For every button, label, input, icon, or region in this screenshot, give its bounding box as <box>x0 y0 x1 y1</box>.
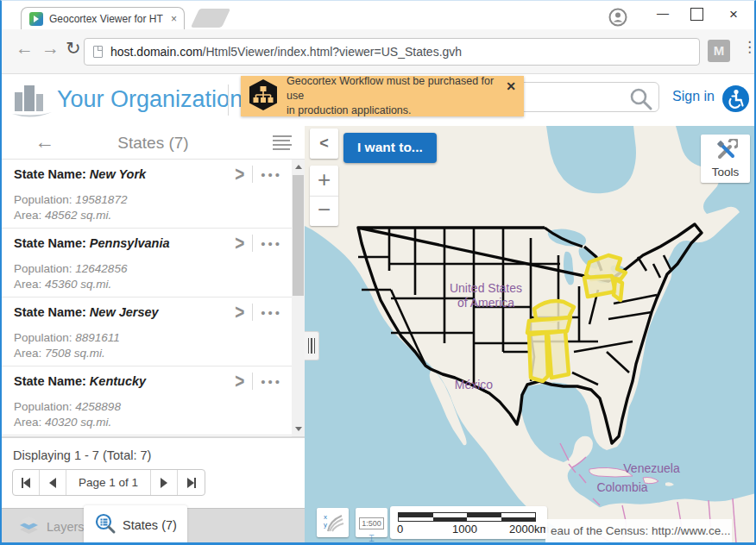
more-actions-icon[interactable]: ••• <box>261 167 282 182</box>
search-icon[interactable] <box>627 85 653 115</box>
page-indicator: Page 1 of 1 <box>66 470 151 495</box>
last-page-button[interactable] <box>178 470 205 495</box>
extension-badge[interactable]: M <box>708 40 730 62</box>
tools-label: Tools <box>701 166 750 179</box>
results-list: State Name: New York > ••• Population: 1… <box>2 160 305 436</box>
action-divider <box>252 373 253 390</box>
population-row: Population: 8891611 <box>14 331 305 344</box>
minimize-button[interactable]: — <box>651 6 675 25</box>
forward-icon[interactable]: → <box>41 38 60 59</box>
notification-text: Geocortex Workflow must be purchased for… <box>287 74 504 118</box>
chevron-right-icon[interactable]: > <box>235 231 244 255</box>
results-footer: Displaying 1 - 7 (Total: 7) Page 1 of 1 <box>2 436 305 508</box>
scroll-down-icon[interactable] <box>295 427 302 431</box>
results-summary: Displaying 1 - 7 (Total: 7) <box>13 448 151 462</box>
population-row: Population: 4258898 <box>14 400 305 413</box>
refresh-icon[interactable]: ↻ <box>66 38 81 59</box>
accessibility-icon[interactable] <box>722 85 749 112</box>
maximize-button[interactable] <box>690 8 703 21</box>
page-icon <box>93 46 103 58</box>
usa-label-line1: United States <box>450 281 522 295</box>
coordinates-widget-button[interactable]: x y <box>317 508 349 537</box>
usa-label-line2: of America <box>457 296 514 310</box>
pagination: Page 1 of 1 <box>12 469 205 496</box>
notification-close-icon[interactable]: ✕ <box>506 79 516 93</box>
list-item[interactable]: State Name: Pennsylvania > ••• Populatio… <box>2 229 305 298</box>
more-actions-icon[interactable]: ••• <box>261 374 282 389</box>
browser-tab[interactable]: Geocortex Viewer for HT × <box>21 7 185 30</box>
area-row: Area: 40320 sq.mi. <box>14 416 305 429</box>
next-page-button[interactable] <box>151 470 178 495</box>
zoom-out-button[interactable]: − <box>310 196 338 226</box>
scale-zero-label: 0 <box>397 523 403 536</box>
scroll-up-icon[interactable] <box>295 165 302 169</box>
action-divider <box>252 304 253 321</box>
map-canvas: United States of America México Venezuel… <box>305 126 756 543</box>
tab-states-label: States (7) <box>123 518 177 532</box>
zoom-in-button[interactable]: + <box>310 166 338 196</box>
url-text: host.domain.com/Html5Viewer/index.html?v… <box>110 45 462 59</box>
tab-title: Geocortex Viewer for HT <box>49 13 163 25</box>
scale-ratio-label: 1:500 <box>359 517 384 529</box>
results-panel: ← States (7) State Name: New York > ••• … <box>2 126 305 543</box>
browser-window: Geocortex Viewer for HT × — × ← → ↻ host… <box>0 0 756 545</box>
window-close-button[interactable]: × <box>729 6 738 23</box>
scale-mid-label: 1000 <box>452 523 477 536</box>
browser-menu-icon[interactable]: ⋮ <box>742 38 756 56</box>
panel-header: ← States (7) <box>2 126 305 160</box>
scale-bracket-icon: ⌶ <box>369 533 375 543</box>
mexico-label: México <box>455 378 494 392</box>
tab-states[interactable]: States (7) <box>84 505 187 544</box>
new-tab-button[interactable] <box>191 9 230 28</box>
svg-text:x: x <box>324 513 327 521</box>
chevron-right-icon[interactable]: > <box>235 369 244 393</box>
search-results-icon <box>94 512 117 537</box>
organization-name: Your Organization <box>57 86 243 113</box>
results-menu-icon[interactable] <box>273 135 292 153</box>
svg-text:y: y <box>324 521 327 529</box>
sign-in-link[interactable]: Sign in <box>672 89 715 104</box>
back-icon[interactable]: ← <box>16 38 34 59</box>
area-row: Area: 45360 sq.mi. <box>14 278 305 291</box>
workflow-notification: Geocortex Workflow must be purchased for… <box>241 76 524 116</box>
tab-layers[interactable]: Layers <box>7 509 95 544</box>
more-actions-icon[interactable]: ••• <box>261 305 282 320</box>
browser-toolbar: ← → ↻ host.domain.com/Html5Viewer/index.… <box>2 29 754 74</box>
tab-close-icon[interactable]: × <box>169 13 179 25</box>
profile-icon[interactable] <box>608 8 627 30</box>
app-header: Your Organization Geocortex Workflow mus… <box>2 74 754 126</box>
tools-icon <box>714 149 738 164</box>
previous-page-button[interactable] <box>40 470 66 495</box>
list-item[interactable]: State Name: New Jersey > ••• Population:… <box>2 298 305 366</box>
tools-button[interactable]: Tools <box>701 135 750 183</box>
chevron-right-icon[interactable]: > <box>235 300 244 324</box>
tab-layers-label: Layers <box>47 520 85 534</box>
more-actions-icon[interactable]: ••• <box>261 236 282 251</box>
scrollbar-thumb[interactable] <box>293 175 304 296</box>
first-page-button[interactable] <box>13 470 40 495</box>
map-viewport[interactable]: United States of America México Venezuel… <box>305 126 756 543</box>
area-row: Area: 7508 sq.mi. <box>14 347 305 360</box>
scale-bar-graphic <box>398 512 536 522</box>
workflow-hexagon-icon <box>248 78 279 115</box>
header-divider <box>228 85 229 116</box>
list-item[interactable]: State Name: New York > ••• Population: 1… <box>2 160 305 229</box>
list-item[interactable]: State Name: Kentucky > ••• Population: 4… <box>2 366 305 435</box>
venezuela-label: Venezuela <box>623 461 680 475</box>
chevron-right-icon[interactable]: > <box>235 162 244 186</box>
results-scrollbar[interactable] <box>292 160 305 436</box>
area-row: Area: 48562 sq.mi. <box>14 209 305 222</box>
i-want-to-button[interactable]: I want to... <box>343 133 437 163</box>
address-bar[interactable]: host.domain.com/Html5Viewer/index.html?v… <box>84 38 700 66</box>
action-divider <box>252 235 253 252</box>
panel-collapse-button[interactable]: < <box>310 128 338 159</box>
action-divider <box>252 166 253 183</box>
panel-splitter-handle[interactable] <box>305 331 319 360</box>
scale-ratio-button[interactable]: 1:500 ⌶ <box>356 508 387 537</box>
scale-end-label: 2000km <box>509 523 549 536</box>
browser-titlebar: Geocortex Viewer for HT × — × <box>2 1 754 29</box>
organization-logo-icon <box>10 79 54 124</box>
population-row: Population: 12642856 <box>14 262 305 275</box>
panel-tab-bar: Layers States (7) <box>2 508 305 543</box>
colombia-label: Colombia <box>596 480 647 494</box>
